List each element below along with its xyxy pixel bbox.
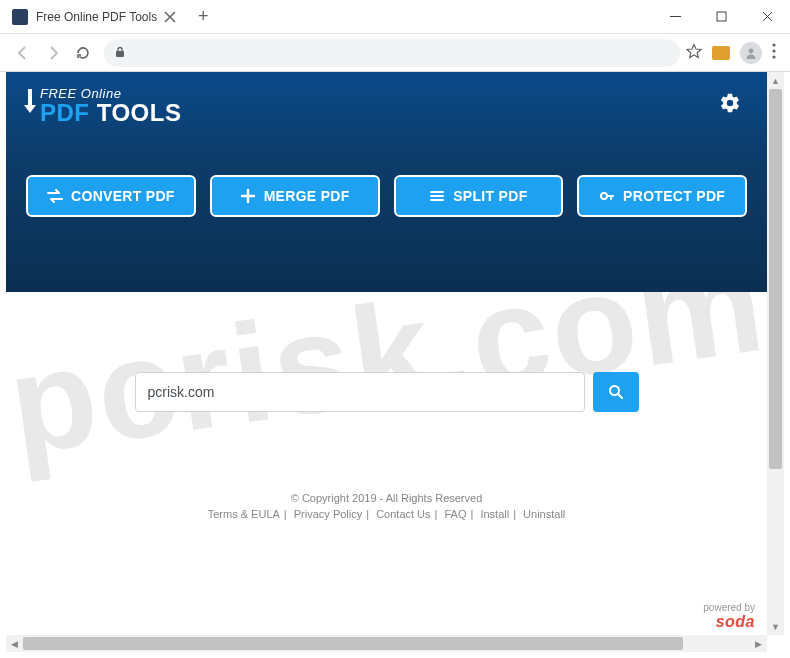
merge-label: MERGE PDF <box>264 188 350 204</box>
lock-icon <box>114 44 126 62</box>
search-input[interactable] <box>135 372 585 412</box>
scroll-right-arrow-icon[interactable]: ▶ <box>750 635 767 652</box>
key-icon <box>599 188 615 204</box>
download-arrow-icon <box>24 89 36 117</box>
window-titlebar: Free Online PDF Tools + <box>0 0 790 34</box>
tab-favicon <box>12 9 28 25</box>
footer-link-install[interactable]: Install <box>480 508 509 520</box>
gear-icon <box>719 92 741 114</box>
split-pdf-button[interactable]: SPLIT PDF <box>394 175 564 217</box>
forward-button[interactable] <box>38 38 68 68</box>
close-tab-icon[interactable] <box>163 10 177 24</box>
logo-tools: TOOLS <box>90 99 182 126</box>
powered-label: powered by <box>703 602 755 613</box>
bars-icon <box>429 188 445 204</box>
close-window-button[interactable] <box>744 0 790 33</box>
footer-link-privacy[interactable]: Privacy Policy <box>294 508 362 520</box>
search-icon <box>608 384 624 400</box>
copyright-text: © Copyright 2019 - All Rights Reserved <box>6 492 767 504</box>
split-label: SPLIT PDF <box>453 188 527 204</box>
convert-pdf-button[interactable]: CONVERT PDF <box>26 175 196 217</box>
tab-title: Free Online PDF Tools <box>36 10 157 24</box>
svg-rect-1 <box>116 51 124 57</box>
powered-by: powered by soda <box>703 602 755 631</box>
convert-label: CONVERT PDF <box>71 188 175 204</box>
protect-label: PROTECT PDF <box>623 188 725 204</box>
svg-point-5 <box>772 55 775 58</box>
plus-icon <box>240 188 256 204</box>
kebab-menu-icon[interactable] <box>772 43 776 63</box>
horizontal-scroll-thumb[interactable] <box>23 637 683 650</box>
hero-header: FREE Online PDF TOOLS CONVERT PDF MERGE … <box>6 72 767 292</box>
browser-toolbar <box>0 34 790 72</box>
footer-link-uninstall[interactable]: Uninstall <box>523 508 565 520</box>
vertical-scrollbar[interactable]: ▲ ▼ <box>767 72 784 635</box>
profile-avatar[interactable] <box>740 42 762 64</box>
page-area: pcrisk.com FREE Online PDF TOOLS CONVERT… <box>6 72 784 652</box>
action-button-row: CONVERT PDF MERGE PDF SPLIT PDF PROTECT … <box>24 175 749 217</box>
toolbar-right <box>686 42 782 64</box>
maximize-button[interactable] <box>698 0 744 33</box>
settings-button[interactable] <box>719 92 741 118</box>
new-tab-button[interactable]: + <box>187 0 219 33</box>
bookmark-icon[interactable] <box>686 43 702 63</box>
exchange-icon <box>47 188 63 204</box>
browser-tab[interactable]: Free Online PDF Tools <box>0 0 187 33</box>
address-bar[interactable] <box>104 39 680 67</box>
merge-pdf-button[interactable]: MERGE PDF <box>210 175 380 217</box>
svg-rect-0 <box>717 12 726 21</box>
powered-brand: soda <box>703 613 755 631</box>
logo-text: FREE Online PDF TOOLS <box>40 86 181 127</box>
minimize-button[interactable] <box>652 0 698 33</box>
footer-link-terms[interactable]: Terms & EULA <box>208 508 280 520</box>
footer-link-faq[interactable]: FAQ <box>445 508 467 520</box>
svg-point-2 <box>749 48 754 53</box>
page-footer: © Copyright 2019 - All Rights Reserved T… <box>6 492 767 520</box>
plus-icon: + <box>198 6 209 27</box>
protect-pdf-button[interactable]: PROTECT PDF <box>577 175 747 217</box>
search-button[interactable] <box>593 372 639 412</box>
extension-icon[interactable] <box>712 46 730 60</box>
scroll-down-arrow-icon[interactable]: ▼ <box>767 618 784 635</box>
search-section <box>6 292 767 492</box>
vertical-scroll-thumb[interactable] <box>769 89 782 469</box>
scroll-left-arrow-icon[interactable]: ◀ <box>6 635 23 652</box>
scroll-up-arrow-icon[interactable]: ▲ <box>767 72 784 89</box>
viewport: pcrisk.com FREE Online PDF TOOLS CONVERT… <box>6 72 767 635</box>
logo-line2: PDF TOOLS <box>40 99 181 127</box>
horizontal-scrollbar[interactable]: ◀ ▶ <box>6 635 767 652</box>
window-controls <box>652 0 790 33</box>
back-button[interactable] <box>8 38 38 68</box>
footer-link-contact[interactable]: Contact Us <box>376 508 430 520</box>
footer-links: Terms & EULA| Privacy Policy| Contact Us… <box>6 508 767 520</box>
svg-point-4 <box>772 49 775 52</box>
reload-button[interactable] <box>68 38 98 68</box>
svg-point-3 <box>772 43 775 46</box>
site-logo[interactable]: FREE Online PDF TOOLS <box>24 86 749 127</box>
logo-pdf: PDF <box>40 99 90 126</box>
